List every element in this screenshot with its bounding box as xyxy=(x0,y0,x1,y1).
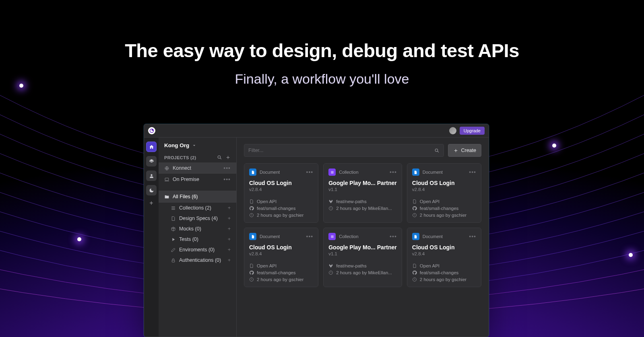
avatar[interactable] xyxy=(449,127,456,134)
projects-header-label: PROJECTS (2) xyxy=(164,155,196,160)
clock-icon xyxy=(249,277,254,282)
card-time: 2 hours ago by MikeEllan... xyxy=(336,270,392,275)
allfiles-header[interactable]: All Files (6) xyxy=(159,191,236,203)
file-card[interactable]: Document•••Cloud OS Loginv2.8.4Open APIf… xyxy=(244,163,318,223)
category-label: Mocks (0) xyxy=(179,226,201,232)
gitlab-icon xyxy=(328,263,333,268)
card-title: Cloud OS Login xyxy=(412,244,476,251)
category-label: Enviroments (0) xyxy=(179,247,215,253)
toolbar: Create xyxy=(244,144,481,157)
more-icon[interactable]: ••• xyxy=(223,165,231,171)
file-card[interactable]: Collection•••Google Play Mo... Partnerv1… xyxy=(323,228,402,287)
filter-input[interactable] xyxy=(248,148,434,153)
plus-icon xyxy=(453,148,458,153)
plus-icon[interactable]: + xyxy=(228,257,231,263)
plus-icon[interactable]: + xyxy=(228,226,231,232)
card-type: Collection xyxy=(339,234,358,239)
category-label: Collections (2) xyxy=(179,205,211,211)
more-icon[interactable]: ••• xyxy=(469,233,476,240)
card-type: Document xyxy=(423,234,443,239)
rail-home-button[interactable] xyxy=(146,142,157,152)
play-icon xyxy=(171,237,176,242)
more-icon[interactable]: ••• xyxy=(390,233,397,240)
plus-icon[interactable]: + xyxy=(228,216,231,221)
plus-icon[interactable]: + xyxy=(228,236,231,242)
hero: The easy way to design, debug and test A… xyxy=(0,0,644,87)
card-badge xyxy=(412,233,419,240)
category-item[interactable]: Authentications (0)+ xyxy=(159,255,236,265)
card-title: Cloud OS Login xyxy=(249,244,313,251)
card-badge xyxy=(328,168,336,176)
card-spec: Open API xyxy=(257,263,277,268)
chevron-down-icon xyxy=(192,143,197,148)
card-branch: feat/small-changes xyxy=(420,270,459,275)
card-type: Document xyxy=(423,170,443,175)
card-time: 2 hours ago by MikeEllan... xyxy=(336,206,392,211)
clock-icon xyxy=(328,270,333,275)
plus-icon[interactable]: + xyxy=(228,205,231,211)
github-icon xyxy=(412,270,417,275)
hero-title: The easy way to design, debug and test A… xyxy=(0,39,644,62)
filter-input-wrap[interactable] xyxy=(244,144,444,157)
org-selector[interactable]: Kong Org xyxy=(159,142,236,151)
hero-subtitle: Finally, a workflow you'll love xyxy=(0,71,644,87)
card-branch: feat/small-changes xyxy=(257,270,296,275)
card-version: v2.8.4 xyxy=(412,251,476,256)
plus-icon[interactable] xyxy=(225,155,231,160)
svg-point-6 xyxy=(436,149,438,152)
folder-icon xyxy=(164,194,169,199)
upgrade-button[interactable]: Upgrade xyxy=(460,127,485,135)
category-label: Authentications (0) xyxy=(179,257,221,263)
card-branch: feat/small-changes xyxy=(420,206,459,211)
rail-add-button[interactable]: + xyxy=(149,199,153,207)
more-icon[interactable]: ••• xyxy=(469,169,476,175)
category-item[interactable]: Tests (0)+ xyxy=(159,234,236,245)
card-time: 2 hours ago by gschier xyxy=(420,213,466,218)
more-icon[interactable]: ••• xyxy=(306,233,313,240)
rail-workspace-1[interactable] xyxy=(146,156,157,166)
project-item[interactable]: On Premise••• xyxy=(159,174,236,185)
edit-icon xyxy=(171,247,176,253)
file-card[interactable]: Collection•••Google Play Mo... Partnerv1… xyxy=(323,163,402,223)
category-item[interactable]: Collections (2)+ xyxy=(159,203,236,213)
sidebar: Kong Org PROJECTS (2) Konnect•••On Premi… xyxy=(159,138,237,337)
category-item[interactable]: Design Specs (4)+ xyxy=(159,213,236,224)
category-item[interactable]: Mocks (0)+ xyxy=(159,224,236,234)
card-spec: Open API xyxy=(257,199,277,204)
more-icon[interactable]: ••• xyxy=(223,176,231,183)
user-icon xyxy=(149,173,154,179)
project-item[interactable]: Konnect••• xyxy=(159,162,236,174)
rail-workspace-2[interactable] xyxy=(146,171,157,181)
allfiles-label: All Files (6) xyxy=(173,194,198,199)
svg-point-2 xyxy=(218,156,221,158)
card-badge xyxy=(249,233,256,240)
document-icon xyxy=(251,234,255,239)
search-icon xyxy=(434,148,440,153)
file-card[interactable]: Document•••Cloud OS Loginv2.8.4Open APIf… xyxy=(407,163,481,223)
card-version: v2.8.4 xyxy=(249,187,313,192)
plus-icon[interactable]: + xyxy=(228,247,231,253)
file-card[interactable]: Document•••Cloud OS Loginv2.8.4Open APIf… xyxy=(244,228,318,287)
create-button[interactable]: Create xyxy=(448,144,481,157)
search-icon[interactable] xyxy=(217,155,222,160)
clock-icon xyxy=(328,206,333,211)
project-label: Konnect xyxy=(173,165,191,171)
card-time: 2 hours ago by gschier xyxy=(257,277,303,282)
more-icon[interactable]: ••• xyxy=(306,169,313,175)
document-icon xyxy=(413,170,418,175)
app-window: Upgrade + Kong Org xyxy=(144,124,489,337)
laptop-icon xyxy=(164,177,169,182)
category-item[interactable]: Enviroments (0)+ xyxy=(159,245,236,255)
card-spec: Open API xyxy=(420,263,440,268)
rail-workspace-3[interactable] xyxy=(146,185,157,195)
card-badge xyxy=(328,233,336,240)
file-icon xyxy=(412,199,417,204)
category-label: Design Specs (4) xyxy=(179,216,218,221)
more-icon[interactable]: ••• xyxy=(390,169,397,175)
category-label: Tests (0) xyxy=(179,236,198,242)
card-badge xyxy=(249,168,256,176)
card-time: 2 hours ago by gschier xyxy=(420,277,466,282)
file-card[interactable]: Document•••Cloud OS Loginv2.8.4Open APIf… xyxy=(407,228,481,287)
card-branch: feat/small-changes xyxy=(257,206,296,211)
card-grid: Document•••Cloud OS Loginv2.8.4Open APIf… xyxy=(244,163,481,287)
